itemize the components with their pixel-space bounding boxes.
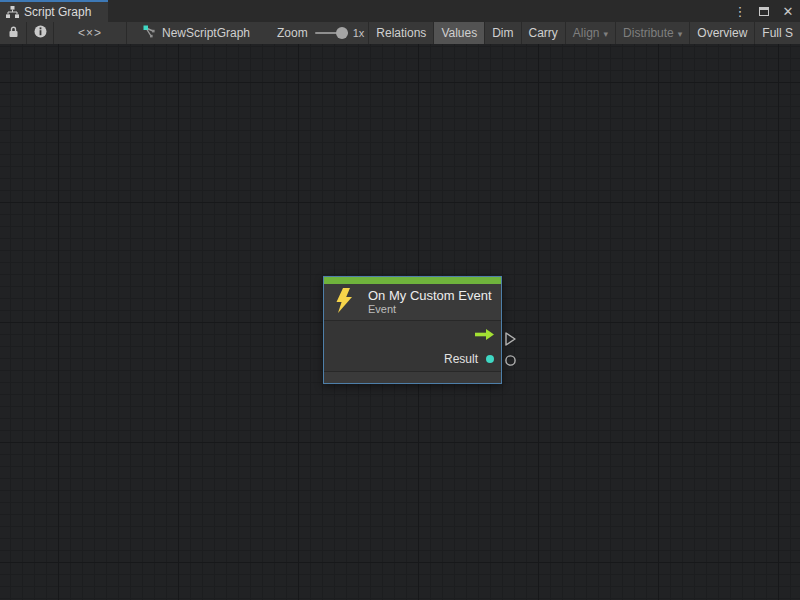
result-port-label: Result (444, 352, 478, 366)
tab-title: Script Graph (24, 5, 91, 19)
chevron-down-icon: ▾ (604, 29, 609, 39)
dim-button[interactable]: Dim (485, 22, 520, 44)
window-controls: ⋮ ✕ (732, 0, 796, 22)
lock-icon (8, 26, 19, 41)
result-output-row: Result (324, 347, 501, 371)
result-value-port-icon[interactable] (486, 355, 494, 363)
zoom-value: 1x (353, 22, 365, 44)
node-on-my-custom-event[interactable]: On My Custom Event Event Result (323, 276, 502, 384)
close-icon[interactable]: ✕ (780, 2, 796, 20)
node-header-accent (324, 277, 501, 284)
flow-output-row (324, 321, 501, 347)
dim-label: Dim (492, 26, 513, 40)
fullscreen-label: Full S (762, 26, 793, 40)
graph-reference-breadcrumb[interactable]: NewScriptGraph (127, 22, 250, 44)
values-button[interactable]: Values (434, 22, 484, 44)
overview-button[interactable]: Overview (690, 22, 754, 44)
carry-button[interactable]: Carry (522, 22, 565, 44)
graph-hierarchy-icon (6, 6, 19, 18)
script-graph-window: Script Graph ⋮ ✕ (0, 0, 800, 600)
window-menu-icon[interactable]: ⋮ (732, 2, 748, 20)
node-header[interactable]: On My Custom Event Event (324, 284, 501, 320)
overview-label: Overview (697, 26, 747, 40)
distribute-label: Distribute (623, 26, 674, 40)
chevron-down-icon: ▾ (678, 29, 683, 39)
node-subtitle: Event (368, 303, 492, 316)
relations-label: Relations (376, 26, 426, 40)
code-preview-button[interactable]: <×> (54, 22, 126, 44)
external-value-port-icon[interactable] (504, 354, 517, 367)
maximize-icon[interactable] (756, 2, 772, 20)
carry-label: Carry (529, 26, 558, 40)
graph-asset-icon (143, 25, 156, 41)
relations-button[interactable]: Relations (369, 22, 433, 44)
align-dropdown[interactable]: Align ▾ (566, 22, 615, 44)
lock-button[interactable] (0, 22, 26, 44)
node-titles: On My Custom Event Event (368, 288, 492, 316)
distribute-dropdown[interactable]: Distribute ▾ (616, 22, 689, 44)
graph-name-label: NewScriptGraph (162, 26, 250, 40)
tab-bar: Script Graph ⋮ ✕ (0, 0, 800, 22)
zoom-slider[interactable] (315, 22, 348, 44)
align-label: Align (573, 26, 600, 40)
maximize-box (759, 7, 769, 16)
external-flow-port-icon[interactable] (504, 331, 517, 347)
info-icon (34, 25, 47, 41)
node-footer (324, 371, 501, 383)
values-label: Values (441, 26, 477, 40)
info-button[interactable] (27, 22, 53, 44)
lightning-bolt-icon (335, 288, 354, 316)
graph-toolbar: <×> NewScriptGraph Zoom 1x Relations Val… (0, 22, 800, 44)
zoom-slider-handle[interactable] (336, 27, 348, 39)
tab-script-graph[interactable]: Script Graph (0, 0, 108, 22)
zoom-label: Zoom (277, 22, 308, 44)
fullscreen-button[interactable]: Full S (755, 22, 800, 44)
flow-output-port-icon[interactable] (475, 329, 494, 340)
graph-canvas[interactable]: On My Custom Event Event Result (0, 44, 800, 600)
node-body: Result (324, 320, 501, 371)
node-title: On My Custom Event (368, 288, 492, 303)
